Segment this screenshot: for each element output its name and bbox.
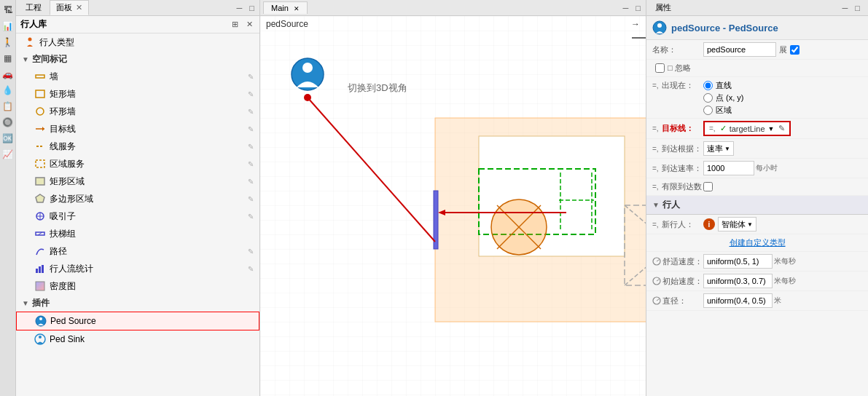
path-icon bbox=[34, 245, 47, 258]
tree-item-target-line[interactable]: 目标线 ✎ bbox=[16, 120, 259, 138]
sidebar-icon-7[interactable]: 📋 bbox=[1, 99, 15, 114]
name-input[interactable] bbox=[703, 42, 776, 57]
close-panel-icon[interactable]: ✕ bbox=[243, 19, 255, 31]
tab-panel[interactable]: 面板 ✕ bbox=[50, 0, 89, 15]
sidebar-icon-3[interactable]: 🚶 bbox=[1, 35, 15, 50]
tab-main[interactable]: Main ✕ bbox=[263, 1, 308, 14]
circle-wall-edit-icon[interactable]: ✎ bbox=[248, 108, 254, 116]
tree-item-ped-stats[interactable]: 行人流统计 ✎ bbox=[16, 260, 259, 277]
target-line-dropdown-arrow[interactable]: ▼ bbox=[768, 125, 775, 132]
rect-wall-edit-icon[interactable]: ✎ bbox=[248, 90, 254, 98]
show-checkbox[interactable] bbox=[790, 45, 799, 55]
init-speed-input[interactable] bbox=[703, 274, 773, 288]
sidebar-icon-2[interactable]: 📊 bbox=[1, 19, 15, 33]
tree-item-ped-type[interactable]: 行人类型 bbox=[16, 33, 259, 51]
section-pedestrian: ▼ 行人 bbox=[646, 196, 868, 215]
wall-edit-icon[interactable]: ✎ bbox=[248, 73, 254, 81]
area-service-edit-icon[interactable]: ✎ bbox=[248, 160, 254, 168]
tree-item-area-service[interactable]: 区域服务 ✎ bbox=[16, 155, 259, 173]
tree-item-ped-sink[interactable]: Ped Sink bbox=[16, 330, 259, 348]
tree-item-density[interactable]: 密度图 bbox=[16, 277, 259, 295]
show-label: 展 bbox=[779, 44, 787, 55]
tree-item-path[interactable]: 路径 ✎ bbox=[16, 242, 259, 260]
svg-rect-2 bbox=[36, 90, 44, 98]
canvas-area: pedSource → bbox=[260, 16, 646, 396]
ped-stats-edit-icon[interactable]: ✎ bbox=[248, 265, 254, 273]
svg-marker-9 bbox=[36, 194, 44, 202]
appear-radio-line[interactable]: 直线 bbox=[703, 80, 744, 91]
tab-properties[interactable]: 属性 bbox=[649, 1, 677, 15]
tree-item-escalator[interactable]: 扶梯组 bbox=[16, 225, 259, 242]
center-tabs: Main ✕ ─ □ bbox=[260, 0, 646, 16]
target-line-edit-icon[interactable]: ✎ bbox=[248, 125, 254, 133]
canvas-arrow-icon: → bbox=[631, 19, 640, 29]
left-sidebar: 🏗 📊 🚶 ▦ 🚗 💧 📋 🔘 🆗 📈 bbox=[0, 0, 16, 396]
poly-area-edit-icon[interactable]: ✎ bbox=[248, 195, 254, 203]
tab-main-close[interactable]: ✕ bbox=[294, 5, 300, 12]
svg-marker-5 bbox=[42, 127, 44, 131]
grid-view-icon[interactable]: ⊞ bbox=[229, 19, 241, 31]
attractor-edit-icon[interactable]: ✎ bbox=[248, 213, 254, 221]
sidebar-icon-5[interactable]: 🚗 bbox=[1, 67, 15, 82]
line-service-edit-icon[interactable]: ✎ bbox=[248, 143, 254, 151]
tree-item-wall[interactable]: 墙 ✎ bbox=[16, 68, 259, 85]
path-edit-icon[interactable]: ✎ bbox=[248, 248, 254, 256]
tree-item-rect-wall[interactable]: 矩形墙 ✎ bbox=[16, 85, 259, 103]
property-header-icon bbox=[652, 20, 667, 35]
right-minimize-icon[interactable]: ─ bbox=[840, 4, 851, 12]
minimize-icon[interactable]: ─ bbox=[235, 4, 245, 12]
appear-radio-area[interactable]: 区域 bbox=[703, 105, 744, 116]
ped-sink-tree-icon bbox=[34, 333, 47, 346]
limited-checkbox[interactable] bbox=[703, 182, 713, 191]
sidebar-icon-9[interactable]: 🆗 bbox=[1, 131, 15, 146]
sidebar-icon-8[interactable]: 🔘 bbox=[1, 115, 15, 130]
diameter-input[interactable] bbox=[703, 293, 773, 308]
tab-project[interactable]: 工程 bbox=[19, 0, 48, 15]
main-canvas[interactable] bbox=[260, 16, 646, 396]
ped-source-tree-icon bbox=[34, 314, 47, 328]
section-space-markers[interactable]: ▼ 空间标记 bbox=[16, 51, 259, 68]
center-maximize-icon[interactable]: □ bbox=[633, 4, 643, 12]
plugin-section-icon: ▼ bbox=[22, 299, 29, 307]
panel-toolbar: 行人库 ⊞ ✕ bbox=[16, 16, 259, 33]
reach-rate-label: 到达速率： bbox=[662, 163, 702, 174]
maximize-icon[interactable]: □ bbox=[247, 4, 257, 12]
rect-area-icon bbox=[34, 175, 47, 188]
switch-3d-label[interactable]: 切换到3D视角 bbox=[348, 82, 407, 95]
svg-rect-16 bbox=[39, 266, 41, 273]
circle-wall-icon bbox=[34, 105, 47, 118]
rect-area-edit-icon[interactable]: ✎ bbox=[248, 178, 254, 186]
property-row-reach-rate: =, 到达速率： 每小时 bbox=[646, 159, 868, 178]
tab-close-icon[interactable]: ✕ bbox=[76, 3, 82, 12]
section-collapse-icon: ▼ bbox=[22, 55, 29, 63]
sidebar-icon-10[interactable]: 📈 bbox=[1, 147, 15, 162]
tree-item-line-service[interactable]: 线服务 ✎ bbox=[16, 138, 259, 155]
tree-item-ped-source[interactable]: Ped Source bbox=[16, 312, 259, 330]
target-line-edit-icon[interactable]: ✎ bbox=[778, 124, 785, 133]
sidebar-icon-1[interactable]: 🏗 bbox=[1, 3, 15, 17]
tree-item-poly-area[interactable]: 多边形区域 ✎ bbox=[16, 190, 259, 207]
comfort-speed-input[interactable] bbox=[703, 254, 773, 269]
reach-rate-input[interactable] bbox=[703, 161, 754, 175]
init-speed-unit: 米每秒 bbox=[774, 276, 796, 286]
sidebar-icon-6[interactable]: 💧 bbox=[1, 83, 15, 98]
new-ped-dropdown[interactable]: 智能体 ▼ bbox=[718, 217, 756, 231]
create-custom-link[interactable]: 创建自定义类型 bbox=[730, 237, 786, 248]
tree-item-circle-wall[interactable]: 环形墙 ✎ bbox=[16, 103, 259, 120]
appear-radio-point[interactable]: 点 (x, y) bbox=[703, 92, 744, 103]
section-plugins[interactable]: ▼ 插件 bbox=[16, 295, 259, 312]
tree-item-attractor[interactable]: 吸引子 ✎ bbox=[16, 207, 259, 225]
center-minimize-icon[interactable]: ─ bbox=[621, 4, 631, 12]
panel-toolbar-icons: ⊞ ✕ bbox=[229, 19, 255, 31]
section-space-label: 空间标记 bbox=[32, 53, 67, 66]
sidebar-icon-4[interactable]: ▦ bbox=[1, 51, 15, 66]
line-service-icon bbox=[34, 140, 47, 153]
comfort-speed-unit: 米每秒 bbox=[774, 256, 796, 266]
reach-basis-label: 到达根据： bbox=[662, 143, 702, 154]
center-window-controls: ─ □ bbox=[621, 4, 643, 12]
tree-item-rect-area[interactable]: 矩形区域 ✎ bbox=[16, 173, 259, 190]
reach-basis-dropdown[interactable]: 速率 ▼ bbox=[703, 141, 734, 156]
area-service-label: 区域服务 bbox=[50, 158, 248, 170]
right-maximize-icon[interactable]: □ bbox=[853, 4, 862, 12]
ignore-checkbox[interactable] bbox=[655, 63, 665, 73]
